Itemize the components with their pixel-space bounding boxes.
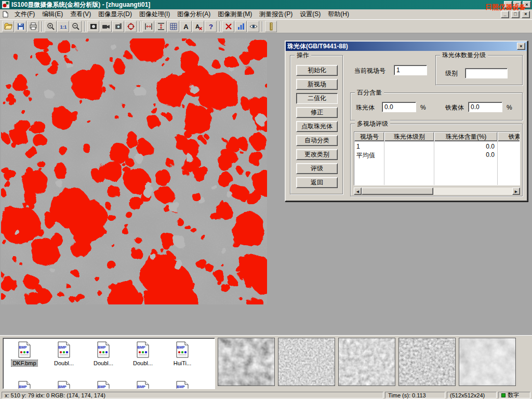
pearlite-label: 珠光体 [356, 102, 375, 113]
scroll-left-button[interactable]: ◀ [354, 188, 362, 195]
invert-icon[interactable] [87, 21, 99, 32]
metallographic-image[interactable] [1, 38, 267, 304]
scroll-right-button[interactable]: ▶ [512, 188, 520, 195]
menubar: 文件(F)编辑(E)查看(V)图像显示(D)图像处理(I)图像分析(A)图像测量… [0, 9, 532, 20]
thumbnail-2[interactable] [278, 338, 335, 386]
window-title: IS100显微摄像系统(金相分析版) - [zhuguangti01] [11, 1, 503, 9]
table-grid-line [434, 132, 434, 185]
op-button-8[interactable]: 返回 [296, 177, 338, 188]
dialog-titlebar[interactable]: 珠光体(GB/T9441-88) × [286, 42, 527, 51]
menu-item-3[interactable]: 图像显示(D) [95, 9, 136, 20]
op-button-1[interactable]: 新视场 [296, 79, 338, 90]
ferrite-percent-input[interactable] [468, 102, 502, 112]
svg-text:A: A [195, 23, 200, 30]
table-header-2[interactable]: 珠光体含量(%) [434, 132, 498, 141]
print-icon[interactable] [27, 21, 39, 32]
text-annotate-icon[interactable]: A [180, 21, 192, 32]
table-grid-line [384, 132, 384, 185]
document-icon [2, 11, 9, 18]
grading-group-label: 珠光体数量分级 [440, 51, 488, 59]
help-icon[interactable]: ? [205, 21, 217, 32]
current-field-input[interactable] [394, 65, 427, 75]
thumbnail-3[interactable] [338, 338, 395, 386]
save-icon[interactable] [15, 21, 26, 32]
measure-grid-icon[interactable] [167, 21, 179, 32]
op-button-5[interactable]: 自动分类 [296, 135, 338, 146]
toolbar-separator [139, 21, 140, 32]
level-input[interactable] [465, 68, 508, 78]
pearlite-unit: % [420, 102, 426, 113]
op-button-2[interactable]: 二值化 [296, 93, 338, 104]
scrollbar-thumb[interactable] [362, 188, 433, 195]
ferrite-label: 铁素体 [445, 102, 464, 113]
toolbar-separator [84, 21, 85, 32]
multi-field-group: 多视场评级 视场号珠光体级别珠光体含量(%)铁素体含量(%) 10.0平均值0.… [350, 124, 523, 196]
dialog-title: 珠光体(GB/T9441-88) [287, 42, 516, 51]
delete-mark-icon[interactable] [222, 21, 234, 32]
menu-item-4[interactable]: 图像处理(I) [136, 9, 174, 20]
ruler-icon[interactable] [265, 21, 277, 32]
table-row-field[interactable]: 1 [356, 143, 383, 150]
thumbnail-5[interactable] [459, 338, 516, 386]
actual-size-icon[interactable]: 1:1 [57, 21, 69, 32]
menu-item-0[interactable]: 文件(F) [11, 9, 38, 20]
table-grid-line [497, 132, 498, 185]
preview-icon[interactable] [247, 21, 259, 32]
table-horizontal-scrollbar[interactable]: ◀ ▶ [354, 188, 520, 195]
thumbnail-strip [0, 336, 532, 391]
table-header-3[interactable]: 铁素体含量(%) [498, 132, 520, 141]
statusbar: x: 510 y: 79 idx: 0 RGB: (174, 174, 174)… [0, 391, 532, 399]
menu-item-1[interactable]: 编辑(E) [38, 9, 66, 20]
operation-group-label: 操作 [295, 51, 311, 59]
rating-table[interactable]: 视场号珠光体级别珠光体含量(%)铁素体含量(%) 10.0平均值0.0 [354, 131, 520, 185]
table-row-content[interactable]: 0.0 [435, 151, 495, 158]
measure-length-icon[interactable] [155, 21, 167, 32]
statistics-icon[interactable] [235, 21, 247, 32]
op-button-6[interactable]: 更改类别 [296, 149, 338, 160]
table-header-1[interactable]: 珠光体级别 [384, 132, 434, 141]
menu-item-8[interactable]: 设置(S) [296, 9, 324, 20]
target-icon[interactable] [125, 21, 137, 32]
measure-width-icon[interactable] [142, 21, 154, 32]
table-row-content[interactable]: 0.0 [435, 143, 495, 150]
pearlite-dialog: 珠光体(GB/T9441-88) × 操作 初始化新视场二值化修正点取珠光体自动… [285, 41, 528, 202]
zoom-out-icon[interactable] [70, 21, 82, 32]
pearlite-percent-input[interactable] [382, 102, 416, 112]
op-button-4[interactable]: 点取珠光体 [296, 121, 338, 132]
open-icon[interactable] [2, 21, 14, 32]
menu-item-5[interactable]: 图像分析(A) [174, 9, 214, 20]
op-button-0[interactable]: 初始化 [296, 65, 338, 76]
grading-group: 珠光体数量分级 级别 [435, 55, 523, 85]
table-row-field[interactable]: 平均值 [356, 151, 383, 160]
percentage-group-label: 百分含量 [355, 89, 384, 96]
scrollbar-track[interactable] [433, 188, 512, 195]
menu-item-6[interactable]: 图像测量(M) [214, 9, 256, 20]
table-header-0[interactable]: 视场号 [354, 132, 384, 141]
thumbnail-4[interactable] [398, 338, 456, 386]
mode-indicator-icon [501, 393, 506, 397]
status-mode: 数字 [498, 392, 530, 398]
capture-icon[interactable] [112, 21, 124, 32]
status-image-size: (512x512x24) [447, 392, 497, 398]
menu-item-2[interactable]: 查看(V) [66, 9, 95, 20]
current-field-label: 当前视场号 [354, 65, 385, 76]
titlebar: IS100显微摄像系统(金相分析版) - [zhuguangti01] _ □ … [0, 0, 532, 9]
app-icon [2, 1, 9, 8]
menu-item-9[interactable]: 帮助(H) [324, 9, 353, 20]
toolbar-separator [262, 21, 263, 32]
svg-text:?: ? [209, 23, 213, 31]
op-button-7[interactable]: 评级 [296, 163, 338, 174]
text-style-icon[interactable]: A [192, 21, 204, 32]
percentage-group: 百分含量 珠光体 % 铁素体 % [350, 92, 523, 121]
zoom-in-icon[interactable] [45, 21, 57, 32]
video-camera-icon[interactable] [100, 21, 112, 32]
thumbnail-1[interactable] [218, 338, 275, 386]
op-button-3[interactable]: 修正 [296, 107, 338, 118]
svg-text:1:1: 1:1 [60, 24, 66, 30]
watermark-text: 日照仪器设备 [485, 3, 526, 12]
status-time: Time (s): 0.113 [385, 392, 445, 398]
menu-item-7[interactable]: 测量报告(P) [256, 9, 296, 20]
dialog-close-button[interactable]: × [517, 43, 525, 50]
toolbar-separator [42, 21, 43, 32]
client-area: 珠光体(GB/T9441-88) × 操作 初始化新视场二值化修正点取珠光体自动… [0, 33, 532, 335]
